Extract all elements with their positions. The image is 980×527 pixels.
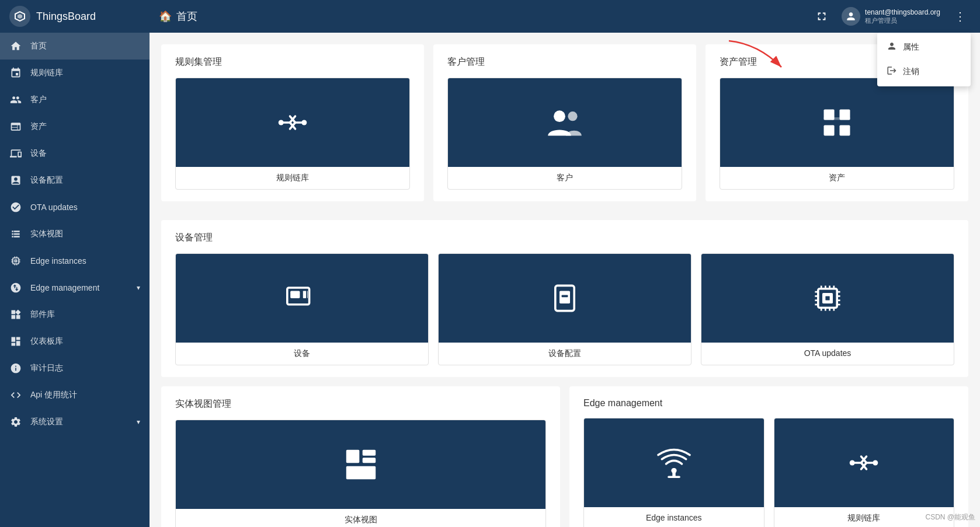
device-profiles-icon	[9, 174, 22, 187]
sidebar-item-dashboards-label: 仪表板库	[30, 336, 140, 347]
api-icon	[9, 389, 22, 402]
entity-view-management-title: 实体视图管理	[175, 398, 546, 410]
svg-rect-41	[362, 458, 376, 463]
sidebar-item-entity-views[interactable]: 实体视图	[0, 221, 150, 247]
customers-card-icon	[544, 102, 586, 144]
dropdown-item-profile[interactable]: 属性	[877, 35, 971, 60]
entity-views-card[interactable]: 实体视图	[175, 420, 546, 527]
sidebar-item-system-settings[interactable]: 系统设置 ▾	[0, 409, 150, 435]
user-role: 租户管理员	[865, 16, 940, 25]
edge-management-chevron: ▾	[137, 284, 140, 292]
devices-card[interactable]: 设备	[175, 253, 429, 365]
sidebar-item-edge-management[interactable]: Edge management ▾	[0, 274, 150, 301]
device-profiles-card[interactable]: 设备配置	[438, 253, 691, 365]
content-area: 规则集管理 规则链库 客户管理	[150, 33, 980, 527]
sidebar-item-devices-label: 设备	[30, 148, 140, 159]
ota-updates-card-icon-area	[701, 254, 954, 343]
sidebar-item-home-label: 首页	[30, 41, 140, 51]
ota-updates-card[interactable]: OTA updates	[701, 253, 954, 365]
user-email: tenant@thingsboard.org	[865, 8, 940, 16]
edge-instances-content-card-label: Edge instances	[646, 507, 702, 527]
devices-card-icon	[281, 277, 323, 319]
edge-management-icon	[9, 281, 22, 294]
svg-rect-42	[346, 466, 375, 480]
rule-chain-card-icon	[272, 102, 314, 144]
rule-management-section: 规则集管理 规则链库	[161, 44, 424, 201]
rule-management-title: 规则集管理	[175, 56, 410, 68]
svg-rect-15	[303, 291, 306, 298]
sidebar-item-audit-log-label: 审计日志	[30, 363, 140, 374]
svg-point-47	[873, 460, 878, 466]
assets-card[interactable]: 资产	[720, 78, 954, 190]
rule-chain-icon	[9, 67, 22, 79]
sidebar-logo[interactable]: ThingsBoard	[0, 0, 150, 33]
topbar: 🏠 首页 tenant@thingsboard.org 租户管理员 ⋮	[150, 0, 980, 33]
profile-icon	[887, 41, 897, 54]
device-profiles-card-icon-area	[439, 254, 691, 343]
sidebar-item-customers[interactable]: 客户	[0, 86, 150, 113]
edge-rule-chain-card[interactable]: 规则链库	[774, 418, 955, 527]
svg-rect-40	[362, 450, 376, 456]
sidebar-item-rule-chains[interactable]: 规则链库	[0, 60, 150, 86]
user-dropdown-menu: 属性 注销	[877, 33, 971, 86]
more-options-button[interactable]: ⋮	[950, 6, 971, 27]
fullscreen-button[interactable]	[811, 6, 832, 27]
dashboards-icon	[9, 335, 22, 348]
ota-icon	[9, 201, 22, 214]
sidebar-logo-text: ThingsBoard	[36, 11, 96, 23]
customers-card-label: 客户	[557, 167, 573, 189]
svg-point-4	[554, 110, 565, 122]
page-title: 首页	[176, 9, 811, 23]
assets-card-label: 资产	[829, 167, 845, 189]
svg-rect-39	[346, 450, 359, 463]
sidebar-item-widgets[interactable]: 部件库	[0, 301, 150, 328]
widgets-icon	[9, 308, 22, 321]
sidebar-item-assets[interactable]: 资产	[0, 113, 150, 140]
sidebar-item-entity-views-label: 实体视图	[30, 229, 140, 239]
devices-card-icon-area	[176, 254, 428, 343]
rule-chain-card-label: 规则链库	[276, 167, 309, 189]
sidebar-item-api-usage-label: Api 使用统计	[30, 390, 140, 400]
sidebar-item-audit-log[interactable]: 审计日志	[0, 355, 150, 382]
sidebar-item-edge-instances[interactable]: Edge instances	[0, 247, 150, 274]
device-profiles-card-label: 设备配置	[548, 343, 581, 365]
entity-views-card-label: 实体视图	[345, 509, 377, 527]
sidebar-item-rule-chains-label: 规则链库	[30, 68, 140, 78]
device-management-section: 设备管理 设备	[161, 220, 968, 377]
edge-rule-chain-card-label: 规则链库	[847, 507, 880, 527]
thingsboard-logo-icon	[9, 6, 30, 27]
entity-view-management-section: 实体视图管理 实体视图	[161, 386, 560, 527]
assets-card-icon-area	[720, 78, 954, 167]
sidebar-item-edge-instances-label: Edge instances	[30, 256, 140, 266]
sidebar-item-device-profiles-label: 设备配置	[30, 175, 140, 186]
sidebar-item-device-profiles[interactable]: 设备配置	[0, 167, 150, 194]
audit-icon	[9, 362, 22, 375]
system-settings-icon	[9, 416, 22, 428]
edge-instances-content-card-icon-area	[584, 418, 764, 507]
svg-point-2	[279, 120, 284, 125]
sidebar-item-home[interactable]: 首页	[0, 33, 150, 60]
svg-rect-11	[832, 125, 835, 136]
entity-views-card-icon	[340, 444, 382, 486]
customers-icon	[9, 93, 22, 106]
ota-updates-card-icon	[807, 277, 849, 319]
sidebar-item-edge-management-label: Edge management	[30, 283, 137, 292]
svg-rect-38	[825, 296, 829, 300]
sidebar-item-ota-updates[interactable]: OTA updates	[0, 194, 150, 221]
rule-chain-card[interactable]: 规则链库	[175, 78, 410, 190]
customers-card[interactable]: 客户	[447, 78, 682, 190]
ota-updates-card-label: OTA updates	[804, 343, 852, 364]
rule-chain-card-icon-area	[176, 78, 409, 167]
dropdown-logout-label: 注销	[903, 67, 919, 77]
edge-instances-content-card-icon	[653, 442, 695, 484]
sidebar-item-devices[interactable]: 设备	[0, 140, 150, 167]
sidebar-item-dashboards[interactable]: 仪表板库	[0, 328, 150, 355]
user-menu-trigger[interactable]: tenant@thingsboard.org 租户管理员	[837, 5, 945, 28]
device-management-title: 设备管理	[175, 232, 954, 244]
edge-instances-content-card[interactable]: Edge instances	[583, 418, 764, 527]
sidebar-item-api-usage[interactable]: Api 使用统计	[0, 382, 150, 409]
customer-management-section: 客户管理 客户	[433, 44, 696, 201]
device-profiles-card-icon	[544, 277, 586, 319]
entity-views-card-icon-area	[176, 420, 545, 509]
dropdown-item-logout[interactable]: 注销	[877, 60, 971, 84]
